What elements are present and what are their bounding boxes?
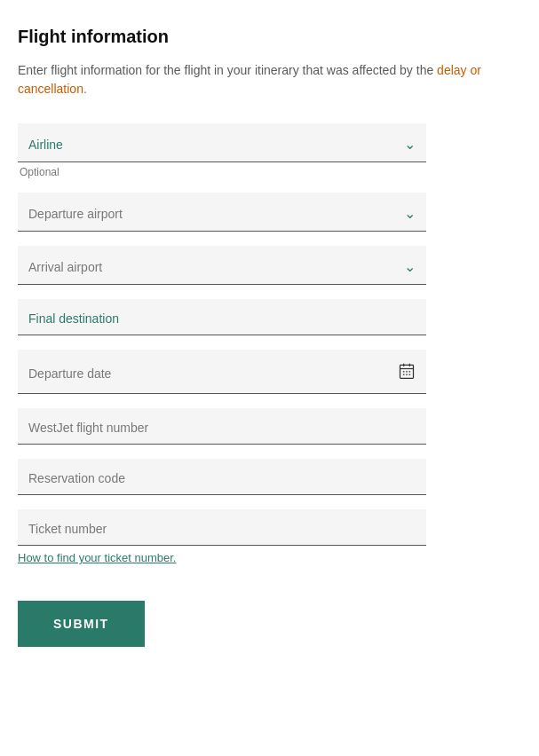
reservation-code-label: Reservation code	[28, 471, 125, 485]
final-destination-group: Final destination	[18, 299, 426, 335]
airline-dropdown[interactable]: Airline ⌄	[18, 123, 426, 162]
westjet-flight-number-label: WestJet flight number	[28, 421, 148, 435]
arrival-airport-label: Arrival airport	[28, 260, 102, 274]
ticket-number-group: Ticket number How to find your ticket nu…	[18, 509, 426, 565]
arrival-airport-group: Arrival airport ⌄	[18, 246, 426, 285]
submit-button[interactable]: SUBMIT	[18, 601, 145, 647]
subtitle-start: Enter flight information for the flight …	[18, 63, 437, 77]
westjet-flight-number-field[interactable]: WestJet flight number	[18, 408, 426, 445]
departure-date-group: Departure date	[18, 350, 426, 394]
arrival-airport-dropdown[interactable]: Arrival airport ⌄	[18, 246, 426, 285]
ticket-number-label: Ticket number	[28, 522, 107, 536]
form-container: Airline ⌄ Optional Departure airport ⌄ A…	[18, 123, 426, 647]
airline-optional-text: Optional	[18, 166, 426, 178]
reservation-code-field[interactable]: Reservation code	[18, 459, 426, 495]
page-title: Flight information	[18, 27, 521, 47]
departure-airport-dropdown[interactable]: Departure airport ⌄	[18, 193, 426, 232]
airline-label: Airline	[28, 138, 63, 152]
final-destination-label: Final destination	[28, 311, 119, 326]
departure-airport-chevron-icon: ⌄	[404, 205, 416, 222]
airline-chevron-icon: ⌄	[404, 136, 416, 153]
departure-airport-label: Departure airport	[28, 207, 123, 221]
airline-group: Airline ⌄ Optional	[18, 123, 426, 178]
reservation-code-group: Reservation code	[18, 459, 426, 495]
final-destination-field[interactable]: Final destination	[18, 299, 426, 335]
departure-airport-group: Departure airport ⌄	[18, 193, 426, 232]
arrival-airport-chevron-icon: ⌄	[404, 258, 416, 275]
departure-date-field[interactable]: Departure date	[18, 350, 426, 394]
calendar-icon	[398, 362, 416, 384]
subtitle: Enter flight information for the flight …	[18, 61, 521, 98]
westjet-flight-number-group: WestJet flight number	[18, 408, 426, 445]
how-to-find-ticket-link[interactable]: How to find your ticket number.	[18, 551, 176, 564]
ticket-number-field[interactable]: Ticket number	[18, 509, 426, 546]
departure-date-label: Departure date	[28, 366, 111, 381]
